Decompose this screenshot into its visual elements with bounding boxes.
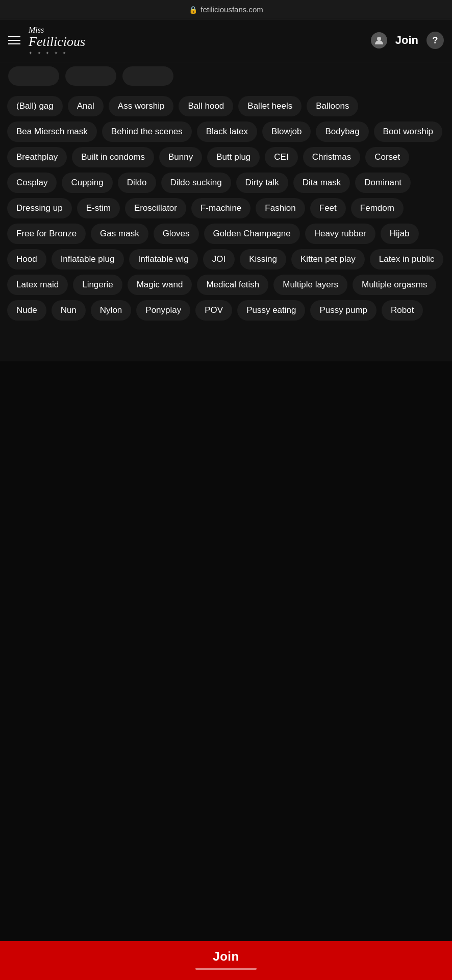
browser-url: fetiliciousfans.com: [200, 5, 263, 14]
tag-item[interactable]: Ass worship: [109, 96, 174, 116]
svg-point-0: [377, 37, 381, 41]
tag-item[interactable]: Latex in public: [370, 249, 444, 270]
tag-item[interactable]: Eroscillator: [125, 198, 186, 218]
tag-item[interactable]: Dressing up: [7, 198, 72, 218]
user-icon[interactable]: [371, 32, 387, 48]
bottom-join-bar[interactable]: Join: [0, 941, 452, 980]
tag-item[interactable]: Blowjob: [262, 121, 311, 142]
tag-item[interactable]: (Ball) gag: [7, 96, 63, 116]
tag-item[interactable]: Breathplay: [7, 147, 67, 167]
tag-item[interactable]: Ball hood: [179, 96, 233, 116]
tag-item[interactable]: Lingerie: [73, 275, 122, 295]
tag-item[interactable]: Anal: [68, 96, 104, 116]
tag-item[interactable]: Butt plug: [207, 147, 260, 167]
tag-item[interactable]: Magic wand: [128, 275, 192, 295]
logo-miss: Miss: [29, 26, 44, 35]
tag-item[interactable]: Latex maid: [7, 275, 68, 295]
tag-item[interactable]: POV: [195, 300, 232, 321]
tag-item[interactable]: Corset: [365, 147, 409, 167]
scroll-pill-2: [65, 66, 116, 86]
tag-item[interactable]: Inflatable plug: [52, 249, 124, 270]
tag-item[interactable]: Robot: [382, 300, 423, 321]
tag-item[interactable]: Dominant: [355, 173, 411, 193]
tag-item[interactable]: Dirty talk: [236, 173, 288, 193]
tag-item[interactable]: Dita mask: [293, 173, 350, 193]
tag-item[interactable]: Boot worship: [374, 121, 442, 142]
logo-subtitle: ✦ ✦ ✦ ✦ ✦: [29, 51, 68, 56]
tag-item[interactable]: Pussy pump: [310, 300, 376, 321]
tag-item[interactable]: Nun: [52, 300, 86, 321]
tag-item[interactable]: JOI: [203, 249, 235, 270]
tag-item[interactable]: Fashion: [256, 198, 305, 218]
help-icon[interactable]: ?: [426, 32, 444, 49]
header-right: Join ?: [371, 32, 444, 49]
tag-item[interactable]: Feet: [310, 198, 346, 218]
tag-item[interactable]: Kitten pet play: [291, 249, 365, 270]
hamburger-menu[interactable]: [8, 36, 20, 44]
header: Miss Fetilicious ✦ ✦ ✦ ✦ ✦ Join ?: [0, 19, 452, 62]
tag-item[interactable]: Kissing: [240, 249, 286, 270]
tag-item[interactable]: Cosplay: [7, 173, 57, 193]
tag-item[interactable]: Behind the scenes: [102, 121, 192, 142]
tag-item[interactable]: Christmas: [303, 147, 361, 167]
tag-item[interactable]: Ponyplay: [136, 300, 190, 321]
tag-item[interactable]: Inflatable wig: [129, 249, 198, 270]
logo[interactable]: Miss Fetilicious ✦ ✦ ✦ ✦ ✦: [29, 26, 85, 56]
tag-item[interactable]: Nude: [7, 300, 46, 321]
scroll-hint-bar: [0, 62, 452, 90]
tag-item[interactable]: Femdom: [351, 198, 404, 218]
tag-item[interactable]: Dildo: [118, 173, 156, 193]
tag-item[interactable]: Multiple layers: [273, 275, 347, 295]
tag-item[interactable]: Bunny: [159, 147, 202, 167]
tag-item[interactable]: F-machine: [191, 198, 250, 218]
join-button-header[interactable]: Join: [395, 34, 418, 47]
tag-item[interactable]: Bodybag: [316, 121, 368, 142]
tag-item[interactable]: Pussy eating: [237, 300, 305, 321]
tag-item[interactable]: Gloves: [154, 224, 199, 244]
tag-item[interactable]: Ballet heels: [238, 96, 302, 116]
scroll-pill-3: [122, 66, 173, 86]
tag-item[interactable]: Balloons: [307, 96, 358, 116]
tag-item[interactable]: Nylon: [91, 300, 131, 321]
tag-item[interactable]: Bea Miersch mask: [7, 121, 97, 142]
scroll-pill-1: [8, 66, 59, 86]
tag-item[interactable]: Hijab: [381, 224, 419, 244]
tag-item[interactable]: Hood: [7, 249, 46, 270]
tag-item[interactable]: Gas mask: [91, 224, 148, 244]
tag-item[interactable]: Golden Champagne: [204, 224, 300, 244]
hamburger-line-2: [8, 40, 20, 41]
hamburger-line-3: [8, 43, 20, 44]
bottom-bar-line: [195, 968, 257, 970]
tag-item[interactable]: Built in condoms: [72, 147, 154, 167]
tag-item[interactable]: Free for Bronze: [7, 224, 86, 244]
tag-item[interactable]: CEI: [265, 147, 297, 167]
tag-item[interactable]: Multiple orgasms: [353, 275, 437, 295]
logo-fetilicious: Fetilicious: [29, 35, 85, 50]
browser-bar: 🔒 fetiliciousfans.com: [0, 0, 452, 19]
tags-container: (Ball) gagAnalAss worshipBall hoodBallet…: [0, 90, 452, 361]
lock-icon: 🔒: [189, 6, 197, 14]
tag-item[interactable]: Heavy rubber: [305, 224, 375, 244]
tag-item[interactable]: Cupping: [62, 173, 112, 193]
tag-item[interactable]: E-stim: [77, 198, 120, 218]
tag-item[interactable]: Black latex: [197, 121, 257, 142]
bottom-join-label[interactable]: Join: [213, 949, 239, 964]
hamburger-line-1: [8, 36, 20, 37]
header-left: Miss Fetilicious ✦ ✦ ✦ ✦ ✦: [8, 26, 85, 56]
tag-item[interactable]: Dildo sucking: [161, 173, 231, 193]
tag-item[interactable]: Medical fetish: [197, 275, 268, 295]
